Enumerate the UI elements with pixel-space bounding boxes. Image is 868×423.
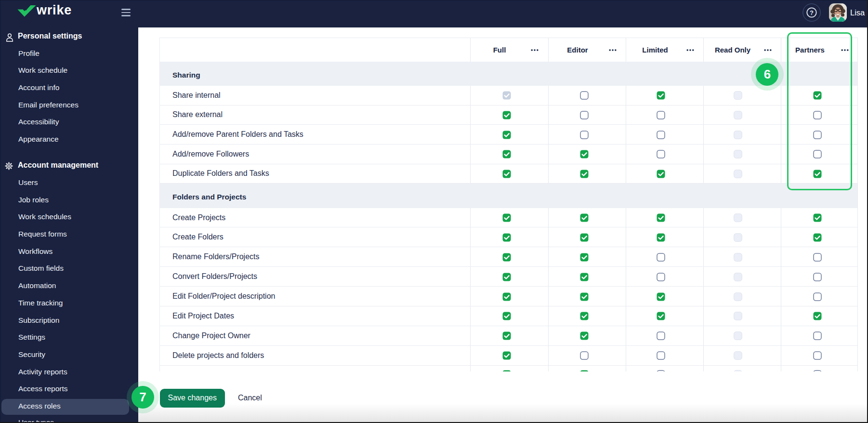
svg-text:?: ?: [810, 9, 814, 16]
